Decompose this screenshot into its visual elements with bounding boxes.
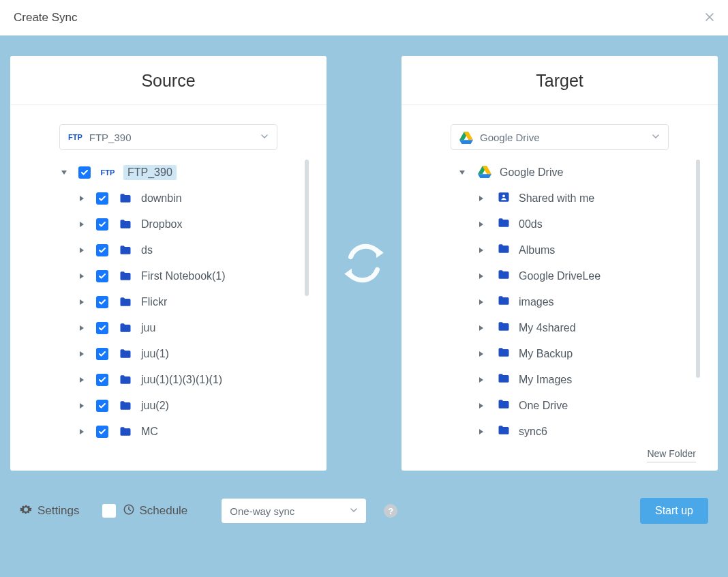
tree-item[interactable]: juu [27, 315, 310, 341]
tree-item-label: 00ds [519, 218, 543, 231]
tree-item[interactable]: images [418, 289, 701, 315]
tree-item[interactable]: juu(2) [27, 393, 310, 419]
expand-icon[interactable] [77, 195, 87, 202]
sync-mode-label: One-way sync [230, 505, 294, 517]
tree-item[interactable]: One Drive [418, 393, 701, 419]
folder-icon [497, 294, 511, 310]
checkbox[interactable] [96, 270, 108, 282]
tree-item[interactable]: downbin [27, 186, 310, 211]
source-panel: Source FTP FTP_390 FTP FTP_390 downbin [10, 56, 327, 471]
tree-item-label: sync6 [519, 426, 547, 438]
tree-item-label: Google DriveLee [519, 270, 601, 282]
sync-mode-select[interactable]: One-way sync [222, 499, 366, 523]
tree-item-label: My 4shared [519, 322, 576, 334]
target-selector[interactable]: Google Drive [451, 124, 669, 150]
tree-item[interactable]: My 4shared [418, 315, 701, 341]
checkbox[interactable] [96, 426, 108, 438]
checkbox[interactable] [96, 348, 108, 360]
checkbox[interactable] [96, 218, 108, 231]
tree-item[interactable]: My Backup [418, 341, 701, 367]
checkbox[interactable] [96, 322, 108, 334]
source-selector[interactable]: FTP FTP_390 [59, 124, 277, 150]
tree-item[interactable]: juu(1) [27, 341, 310, 367]
tree-item[interactable]: Shared with me [418, 186, 701, 211]
checkbox[interactable] [96, 244, 108, 256]
window-title: Create Sync [14, 11, 78, 25]
tree-item[interactable]: 00ds [418, 211, 701, 237]
expand-icon[interactable] [476, 428, 486, 435]
source-selector-label: FTP_390 [89, 132, 132, 143]
expand-icon[interactable] [476, 325, 486, 331]
checkbox[interactable] [96, 374, 108, 386]
tree-item-label: ds [141, 244, 153, 256]
expand-icon[interactable] [476, 376, 486, 383]
tree-item[interactable]: Dropbox [27, 211, 310, 237]
tree-item[interactable]: Google DriveLee [418, 263, 701, 289]
new-folder-link[interactable]: New Folder [647, 448, 696, 462]
expand-icon[interactable] [476, 195, 486, 202]
schedule-checkbox[interactable] [102, 504, 116, 518]
expand-icon[interactable] [77, 247, 87, 254]
expand-icon[interactable] [77, 428, 87, 435]
folder-icon [497, 398, 511, 414]
start-button[interactable]: Start up [640, 498, 708, 524]
collapse-icon[interactable] [457, 169, 467, 176]
tree-item-label: juu(1) [141, 348, 169, 360]
footer: Settings Schedule One-way sync ? Start u… [10, 498, 718, 524]
expand-icon[interactable] [77, 299, 87, 306]
tree-item[interactable]: First Notebook(1) [27, 263, 310, 289]
titlebar: Create Sync [0, 0, 728, 35]
tree-root[interactable]: Google Drive [418, 160, 701, 186]
expand-icon[interactable] [476, 221, 486, 228]
ftp-icon: FTP [68, 133, 82, 141]
settings-label: Settings [37, 504, 79, 518]
folder-icon [497, 268, 511, 284]
close-icon[interactable] [705, 11, 714, 25]
expand-icon[interactable] [77, 273, 87, 280]
expand-icon[interactable] [77, 221, 87, 228]
checkbox[interactable] [78, 166, 91, 179]
expand-icon[interactable] [476, 402, 486, 409]
expand-icon[interactable] [77, 402, 87, 409]
tree-root-label: Google Drive [500, 166, 563, 179]
expand-icon[interactable] [476, 273, 486, 280]
tree-item[interactable]: Albums [418, 237, 701, 263]
expand-icon[interactable] [476, 351, 486, 357]
tree-item[interactable]: MC [27, 419, 310, 445]
tree-item-label: Shared with me [519, 192, 594, 205]
scrollbar[interactable] [305, 160, 309, 296]
tree-item[interactable]: ds [27, 237, 310, 263]
folder-icon [497, 424, 511, 440]
settings-button[interactable]: Settings [20, 503, 79, 519]
shared-icon [497, 190, 511, 207]
expand-icon[interactable] [77, 376, 87, 383]
checkbox[interactable] [96, 296, 108, 308]
tree-item[interactable]: My Images [418, 367, 701, 393]
checkbox[interactable] [96, 192, 108, 205]
help-icon[interactable]: ? [384, 504, 397, 518]
folder-icon [497, 216, 511, 233]
expand-icon[interactable] [77, 351, 87, 357]
tree-item[interactable]: sync6 [418, 419, 701, 445]
tree-item-label: My Backup [519, 348, 573, 360]
tree-item[interactable]: juu(1)(1)(3)(1)(1) [27, 367, 310, 393]
expand-icon[interactable] [476, 247, 486, 254]
gdrive-icon [478, 164, 491, 181]
folder-icon [118, 425, 133, 439]
start-button-label: Start up [655, 505, 693, 517]
checkbox[interactable] [96, 400, 108, 412]
scrollbar[interactable] [696, 160, 700, 378]
folder-icon [497, 242, 511, 258]
folder-icon [118, 373, 133, 387]
tree-root[interactable]: FTP FTP_390 [27, 160, 310, 186]
swap-icon[interactable] [336, 237, 392, 290]
chevron-down-icon [652, 131, 660, 143]
tree-item[interactable]: Flickr [27, 289, 310, 315]
tree-root-label: FTP_390 [123, 165, 177, 180]
target-header: Target [401, 56, 718, 105]
expand-icon[interactable] [77, 325, 87, 331]
expand-icon[interactable] [476, 299, 486, 306]
tree-item-label: Dropbox [141, 218, 182, 231]
gdrive-icon [459, 130, 473, 144]
collapse-icon[interactable] [59, 169, 69, 176]
